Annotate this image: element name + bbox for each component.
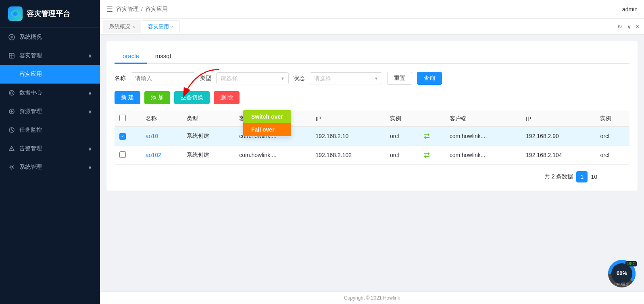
cpu-label: CPU温度 — [608, 282, 636, 287]
sidebar-item-disaster-app[interactable]: 容灾应用 — [0, 65, 100, 84]
data-table: 名称 类型 客户端 IP 实例 客户端 IP 实例 — [115, 111, 629, 165]
fail-over-button[interactable]: Fail over — [243, 123, 291, 136]
topbar-left: ☰ 容灾管理 / 容灾应用 — [106, 5, 168, 14]
sidebar-item-label: 任务监控 — [19, 126, 92, 134]
row-instance2: orcl — [595, 127, 629, 146]
svg-point-16 — [11, 166, 13, 168]
resource-icon — [8, 108, 15, 115]
username: admin — [622, 6, 638, 13]
row-type: 系统创建 — [182, 146, 234, 165]
col-client2: 客户端 — [445, 111, 521, 127]
chevron-down-icon: ∨ — [88, 90, 92, 96]
col-ip1: IP — [311, 111, 385, 127]
dropdown-menu: Switch over Fail over — [243, 110, 292, 136]
tab-close-disaster-app[interactable]: × — [171, 25, 174, 29]
select-all-checkbox[interactable] — [119, 115, 126, 121]
sidebar-item-system-mgmt[interactable]: 系统管理 ∨ — [0, 158, 100, 176]
app-title: 容灾管理平台 — [27, 9, 70, 19]
chevron-up-icon: ∧ — [88, 52, 92, 59]
add-button[interactable]: 添 加 — [144, 91, 170, 104]
row-ip2: 192.168.2.90 — [521, 127, 595, 146]
total-count: 2 — [552, 173, 555, 180]
breadcrumb-separator: / — [141, 6, 143, 13]
svg-point-15 — [12, 150, 12, 151]
type-filter-select[interactable]: 请选择 — [216, 72, 289, 84]
sidebar-item-label: 数据中心 — [19, 89, 84, 96]
svg-point-3 — [10, 36, 13, 38]
row-checkbox-input[interactable] — [119, 151, 126, 158]
sidebar-item-disaster-recovery[interactable]: 容灾管理 ∧ — [0, 46, 100, 65]
status-filter-select[interactable]: 请选择 — [310, 72, 382, 84]
type-filter-label: 类型 — [200, 75, 211, 82]
page-1-button[interactable]: 1 — [576, 171, 588, 182]
gauge-percentage: 60% — [617, 270, 627, 276]
total-suffix: 条数据 — [556, 173, 573, 180]
row-name-link[interactable]: ao10 — [146, 133, 158, 139]
menu-toggle-button[interactable]: ☰ — [106, 5, 113, 14]
sidebar-item-system-overview[interactable]: 系统概况 — [0, 28, 100, 46]
row-type: 系统创建 — [182, 127, 234, 146]
row-name: ao10 — [141, 127, 182, 146]
overview-icon — [8, 34, 15, 41]
row-ip1: 192.168.2.102 — [311, 146, 385, 165]
sidebar-item-label: 容灾应用 — [19, 71, 92, 78]
filter-row: 名称 Switch over Fail over 类型 请选择 状态 — [115, 72, 629, 85]
sub-tab-label: mssql — [155, 52, 171, 59]
chevron-down-icon: ∨ — [88, 164, 92, 170]
total-prefix: 共 — [544, 173, 550, 180]
row-ip1: 192.168.2.10 — [311, 127, 385, 146]
cpu-gauge: 60% 48°C CPU温度 — [608, 260, 636, 288]
switch-button[interactable]: 主备切换 — [174, 91, 210, 104]
delete-button[interactable]: 删 除 — [214, 91, 240, 104]
tab-actions: ↻ ∨ × — [616, 22, 641, 31]
sub-tab-mssql[interactable]: mssql — [147, 49, 179, 64]
tab-more-button[interactable]: ∨ — [625, 22, 633, 31]
sub-tab-oracle[interactable]: oracle — [115, 49, 147, 64]
main-content: ☰ 容灾管理 / 容灾应用 admin 系统概况 × 容灾应用 × — [100, 0, 644, 304]
svg-point-7 — [9, 90, 14, 95]
sidebar-logo: 容灾管理平台 — [0, 0, 100, 28]
row-name: ao102 — [141, 146, 182, 165]
tab-close-system-overview[interactable]: × — [133, 25, 135, 29]
tab-disaster-app[interactable]: 容灾应用 × — [142, 20, 180, 33]
gauge-container: 60% 48°C CPU温度 — [608, 260, 636, 288]
chevron-down-icon: ∨ — [88, 145, 92, 152]
user-info: admin — [622, 6, 638, 13]
sidebar-item-alarm-mgmt[interactable]: 告警管理 ∨ — [0, 139, 100, 158]
tab-close-all-button[interactable]: × — [634, 22, 641, 31]
row-client1: com.howlink.... — [234, 146, 311, 165]
name-filter-input[interactable] — [131, 72, 195, 84]
sub-tab-label: oracle — [123, 52, 139, 59]
row-checkbox[interactable] — [115, 146, 141, 165]
type-filter-wrapper: 请选择 — [216, 72, 289, 84]
task-icon — [8, 126, 15, 134]
switch-over-button[interactable]: Switch over — [243, 110, 291, 123]
datacenter-icon — [8, 89, 15, 96]
nav-menu: 系统概况 容灾管理 ∧ 容灾应用 数据中心 ∨ — [0, 28, 100, 304]
sidebar-item-resource-mgmt[interactable]: 资源管理 ∨ — [0, 102, 100, 121]
table-body: ✓ ao10 系统创建 com.howlink.... 192.168.2.10… — [115, 127, 629, 165]
tab-system-overview[interactable]: 系统概况 × — [103, 20, 141, 33]
disaster-icon — [8, 52, 15, 59]
query-button[interactable]: 查询 — [417, 72, 442, 85]
svg-marker-1 — [13, 12, 17, 16]
tab-refresh-button[interactable]: ↻ — [616, 22, 624, 31]
sync-arrows-icon: ⇄ — [424, 132, 430, 140]
name-filter-label: 名称 — [115, 75, 126, 82]
col-checkbox[interactable] — [115, 111, 141, 127]
row-checkbox[interactable]: ✓ — [115, 127, 141, 146]
row-name-link[interactable]: ao102 — [146, 152, 161, 158]
gear-icon — [8, 164, 15, 171]
row-ip2: 192.168.2.104 — [521, 146, 595, 165]
checked-checkbox[interactable]: ✓ — [119, 133, 126, 140]
sidebar-item-data-center[interactable]: 数据中心 ∨ — [0, 84, 100, 102]
action-row: 新 建 添 加 主备切换 删 除 — [115, 91, 629, 104]
alarm-icon — [8, 145, 15, 152]
new-button[interactable]: 新 建 — [115, 91, 140, 104]
sidebar-item-label: 资源管理 — [19, 108, 84, 115]
breadcrumb-parent: 容灾管理 — [116, 6, 139, 13]
sidebar-item-label: 系统管理 — [19, 164, 84, 171]
sidebar-item-task-monitor[interactable]: 任务监控 — [0, 121, 100, 139]
row-instance1: orcl — [385, 146, 419, 165]
reset-button[interactable]: 重置 — [387, 72, 412, 85]
